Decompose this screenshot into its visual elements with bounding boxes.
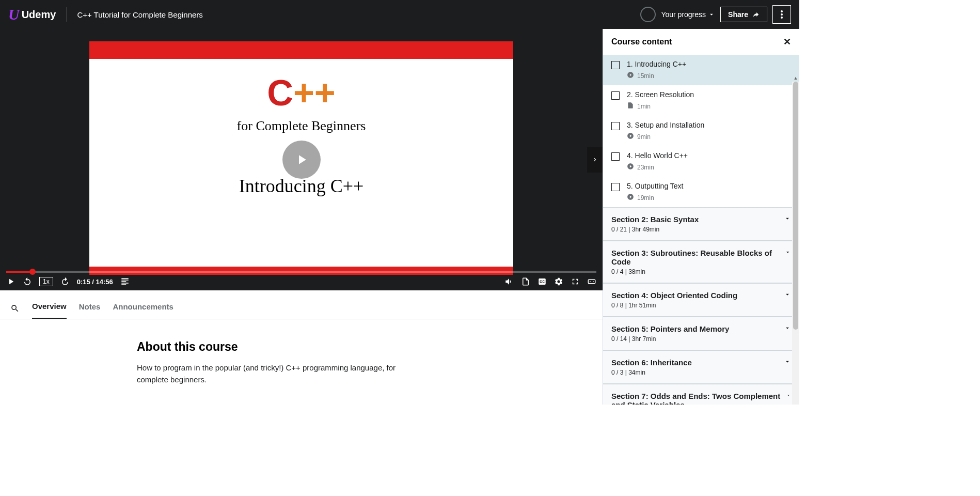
play-icon — [294, 152, 309, 167]
lecture-title: 5. Outputting Text — [627, 182, 791, 190]
captions-icon[interactable] — [538, 277, 547, 286]
lecture-duration: 23min — [637, 164, 654, 171]
transcript-icon[interactable] — [120, 277, 130, 286]
tabs-bar: Overview Notes Announcements — [0, 290, 603, 319]
sidebar-title: Course content — [611, 37, 672, 47]
time-display: 0:15 / 14:56 — [77, 278, 113, 286]
slide-title-plus: ++ — [293, 73, 336, 113]
svg-rect-3 — [588, 280, 595, 284]
lecture-checkbox[interactable] — [611, 183, 620, 191]
section-meta: 0 / 8 | 1hr 51min — [611, 302, 737, 309]
play-icon — [627, 193, 634, 202]
svg-point-0 — [781, 10, 783, 12]
slide-subtitle-1: for Complete Beginners — [89, 118, 513, 134]
chevron-down-icon — [784, 249, 791, 256]
section-header[interactable]: Section 7: Odds and Ends: Twos Complemen… — [603, 384, 799, 405]
section-meta: 0 / 14 | 3hr 7min — [611, 335, 729, 343]
lecture-meta: 19min — [627, 193, 791, 202]
play-icon[interactable] — [6, 277, 15, 286]
lecture-item[interactable]: 5. Outputting Text 19min — [603, 177, 799, 207]
more-button[interactable] — [772, 5, 791, 24]
chevron-down-icon — [784, 358, 791, 365]
progress-ring-icon[interactable] — [640, 7, 656, 22]
theater-icon[interactable] — [587, 277, 596, 286]
sidebar-scroll[interactable]: 1. Introducing C++ 15min 2. Screen Resol… — [603, 55, 799, 405]
play-icon — [627, 163, 634, 172]
share-icon — [752, 11, 760, 18]
slide-red-bar-top — [89, 41, 513, 59]
lecture-meta: 23min — [627, 163, 791, 172]
logo[interactable]: U Udemy — [8, 6, 56, 23]
scrollbar-thumb[interactable] — [793, 82, 798, 330]
settings-icon[interactable] — [554, 277, 563, 286]
app-header: U Udemy C++ Tutorial for Complete Beginn… — [0, 0, 799, 29]
progress-dropdown[interactable]: Your progress — [661, 10, 715, 19]
share-label: Share — [728, 10, 748, 19]
left-column: C++ for Complete Beginners Introducing C… — [0, 29, 603, 405]
section-title: Section 6: Inheritance — [611, 358, 692, 367]
section-meta: 0 / 3 | 34min — [611, 369, 692, 376]
scrollbar-track[interactable]: ▲ — [792, 82, 799, 405]
tab-notes[interactable]: Notes — [79, 298, 101, 318]
lecture-title: 1. Introducing C++ — [627, 60, 791, 68]
chevron-down-icon — [708, 11, 715, 18]
section-title: Section 4: Object Oriented Coding — [611, 291, 737, 300]
notes-icon[interactable] — [521, 277, 530, 286]
lecture-meta: 1min — [627, 102, 791, 111]
section-header[interactable]: Section 3: Subroutines: Reusable Blocks … — [603, 241, 799, 283]
playback-rate[interactable]: 1x — [39, 277, 53, 286]
video-controls: 1x 0:15 / 14:56 — [0, 273, 603, 290]
next-lecture-button[interactable] — [587, 147, 603, 173]
chevron-right-icon — [591, 156, 598, 163]
lecture-item[interactable]: 2. Screen Resolution 1min — [603, 85, 799, 116]
share-button[interactable]: Share — [720, 7, 767, 22]
lecture-item[interactable]: 3. Setup and Installation 9min — [603, 116, 799, 146]
rewind-icon[interactable] — [23, 277, 32, 286]
lecture-duration: 19min — [637, 194, 654, 202]
about-heading: About this course — [137, 340, 603, 354]
tab-overview[interactable]: Overview — [32, 298, 67, 319]
section-header[interactable]: Section 4: Object Oriented Coding 0 / 8 … — [603, 283, 799, 317]
section-meta: 0 / 21 | 3hr 49min — [611, 226, 699, 233]
tab-announcements[interactable]: Announcements — [113, 298, 173, 318]
section-header[interactable]: Section 5: Pointers and Memory 0 / 14 | … — [603, 317, 799, 350]
play-icon — [627, 71, 634, 80]
close-sidebar-button[interactable]: ✕ — [783, 36, 791, 48]
lecture-title: 4. Hello World C++ — [627, 151, 791, 160]
lecture-item[interactable]: 1. Introducing C++ 15min — [603, 55, 799, 85]
section-header[interactable]: Section 2: Basic Syntax 0 / 21 | 3hr 49m… — [603, 207, 799, 241]
lecture-item[interactable]: 4. Hello World C++ 23min — [603, 146, 799, 177]
lecture-duration: 9min — [637, 133, 651, 141]
forward-icon[interactable] — [60, 277, 70, 286]
lecture-checkbox[interactable] — [611, 61, 620, 69]
scroll-up-arrow-icon[interactable]: ▲ — [792, 74, 799, 82]
more-vertical-icon — [781, 10, 783, 19]
fullscreen-icon[interactable] — [571, 277, 580, 286]
slide-title: C++ — [89, 72, 513, 114]
lecture-meta: 9min — [627, 132, 791, 141]
play-button-overlay[interactable] — [282, 141, 321, 179]
svg-point-1 — [781, 13, 783, 16]
logo-text: Udemy — [22, 9, 56, 21]
volume-icon[interactable] — [504, 277, 514, 286]
about-text: How to program in the popular (and trick… — [137, 362, 405, 385]
course-content-sidebar: Course content ✕ 1. Introducing C++ 15mi… — [603, 29, 799, 405]
video-player[interactable]: C++ for Complete Beginners Introducing C… — [0, 29, 603, 290]
section-title: Section 2: Basic Syntax — [611, 215, 699, 224]
section-header[interactable]: Section 6: Inheritance 0 / 3 | 34min — [603, 350, 799, 384]
section-title: Section 7: Odds and Ends: Twos Complemen… — [611, 392, 786, 405]
section-title: Section 5: Pointers and Memory — [611, 324, 729, 333]
lecture-duration: 1min — [637, 103, 651, 110]
course-title[interactable]: C++ Tutorial for Complete Beginners — [77, 10, 640, 19]
lecture-checkbox[interactable] — [611, 152, 620, 161]
lecture-duration: 15min — [637, 72, 654, 80]
lecture-meta: 15min — [627, 71, 791, 80]
lecture-checkbox[interactable] — [611, 91, 620, 100]
progress-label-text: Your progress — [661, 10, 706, 19]
play-icon — [627, 132, 634, 141]
file-icon — [627, 102, 634, 111]
chevron-down-icon — [784, 215, 791, 222]
search-icon[interactable] — [10, 304, 20, 313]
chevron-down-icon — [786, 392, 791, 399]
lecture-checkbox[interactable] — [611, 122, 620, 130]
